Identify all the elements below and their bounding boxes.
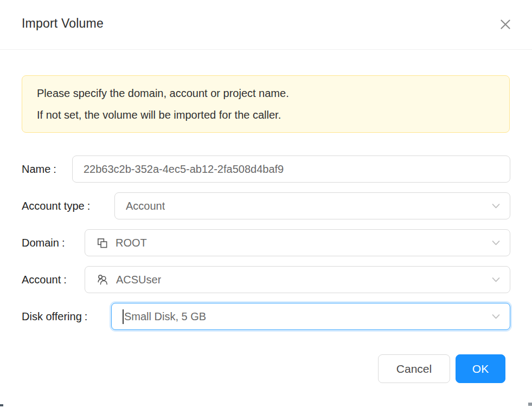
modal-header: Import Volume — [0, 0, 532, 50]
domain-select[interactable]: ROOT — [85, 229, 510, 256]
name-label: Name: — [22, 156, 56, 183]
form-row-account-type: Account type: Account — [0, 192, 532, 219]
info-alert: Please specify the domain, account or pr… — [22, 75, 510, 133]
background-page-fragment — [528, 403, 532, 406]
domain-label: Domain: — [22, 229, 65, 256]
cancel-button[interactable]: Cancel — [378, 354, 450, 383]
disk-offering-label: Disk offering: — [22, 303, 87, 330]
chevron-down-icon — [491, 201, 501, 211]
domain-value: ROOT — [116, 237, 147, 249]
ok-button[interactable]: OK — [456, 354, 505, 383]
disk-offering-value: Small Disk, 5 GB — [124, 310, 206, 323]
chevron-down-icon — [491, 238, 501, 248]
chevron-down-icon — [491, 275, 501, 285]
team-icon — [96, 273, 109, 286]
alert-line-2: If not set, the volume will be imported … — [37, 104, 495, 126]
text-cursor — [123, 309, 124, 324]
account-label: Account: — [22, 266, 67, 293]
account-type-value: Account — [126, 200, 165, 212]
import-volume-modal: Import Volume Please specify the domain,… — [0, 0, 532, 408]
block-icon — [96, 237, 108, 249]
close-button[interactable] — [497, 16, 514, 33]
background-page-fragment — [0, 404, 3, 406]
chevron-down-icon — [491, 312, 501, 322]
form-row-domain: Domain: ROOT — [0, 229, 532, 256]
account-select[interactable]: ACSUser — [85, 266, 510, 293]
account-value: ACSUser — [116, 274, 161, 286]
form-row-account: Account: ACSUser — [0, 266, 532, 293]
alert-line-1: Please specify the domain, account or pr… — [37, 82, 495, 104]
page-title: Import Volume — [22, 16, 104, 31]
disk-offering-select[interactable]: Small Disk, 5 GB — [111, 303, 510, 330]
name-input[interactable]: 22b63c2b-352a-4ec5-ab12-2fa508d4baf9 — [72, 156, 510, 183]
name-value: 22b63c2b-352a-4ec5-ab12-2fa508d4baf9 — [84, 163, 284, 176]
account-type-select[interactable]: Account — [114, 192, 510, 219]
account-type-label: Account type: — [22, 192, 90, 219]
close-icon — [498, 17, 512, 31]
form-row-name: Name: 22b63c2b-352a-4ec5-ab12-2fa508d4ba… — [0, 156, 532, 183]
form-row-disk-offering: Disk offering: Small Disk, 5 GB — [0, 303, 532, 330]
